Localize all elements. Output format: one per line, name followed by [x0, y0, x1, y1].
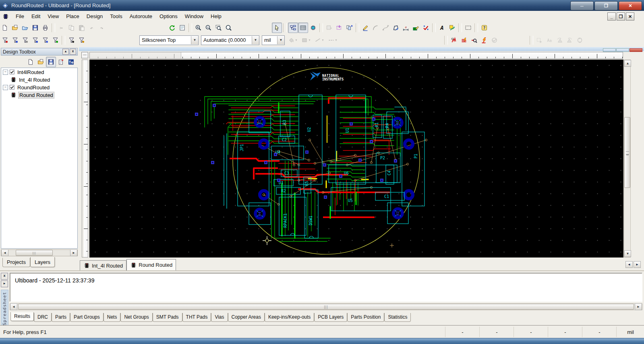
- zoom-in-button[interactable]: [193, 23, 203, 33]
- units-combo[interactable]: mil▼: [262, 35, 285, 45]
- place-line-button[interactable]: [360, 23, 371, 33]
- database-manager-button[interactable]: [334, 23, 344, 33]
- scroll-left-arrow[interactable]: ◄: [10, 303, 17, 310]
- tree-node[interactable]: −Int4lRouted: [1, 68, 77, 76]
- window-close-button[interactable]: ✕: [619, 1, 642, 10]
- tree-leaf-label[interactable]: Int_4l Routed: [18, 77, 51, 83]
- mdi-strip-minimize[interactable]: [603, 48, 616, 52]
- spreadsheet-expand-button[interactable]: ▸: [1, 280, 8, 287]
- zoom-out-button[interactable]: [203, 23, 213, 33]
- mdi-minimize-button[interactable]: _: [607, 12, 616, 21]
- tree-node-label[interactable]: RoundRouted: [17, 84, 50, 91]
- tree-leaf[interactable]: Int_4l Routed: [1, 76, 77, 83]
- filter-select-pads[interactable]: [0, 35, 10, 45]
- new-button[interactable]: [0, 23, 10, 33]
- toolbox-horizontal-scrollbar[interactable]: ◄ ||| ►: [1, 249, 78, 256]
- spreadsheet-tab-tht-pads[interactable]: THT Pads: [182, 313, 211, 322]
- spreadsheet-toggle[interactable]: [298, 23, 308, 33]
- grid-combo[interactable]: Automatic (0.0000▼: [201, 35, 259, 45]
- filter-select-parts[interactable]: [20, 35, 30, 45]
- mdi-restore-button[interactable]: ❐: [617, 12, 625, 21]
- design-toolbox-toggle[interactable]: [288, 23, 298, 33]
- open-button[interactable]: [10, 23, 20, 33]
- panel-close-button[interactable]: x: [70, 49, 76, 55]
- filter-select-traces[interactable]: [10, 35, 20, 45]
- filter-select-other[interactable]: [77, 35, 87, 45]
- menu-view[interactable]: View: [44, 12, 62, 21]
- open-project-button[interactable]: [20, 23, 30, 33]
- document-tab[interactable]: Round Routed: [126, 259, 176, 271]
- scrollbar-thumb[interactable]: [624, 117, 630, 188]
- spreadsheet-tab-vias[interactable]: Vias: [211, 313, 228, 322]
- spreadsheet-tab-copper-areas[interactable]: Copper Areas: [228, 313, 265, 322]
- spreadsheet-tab-parts-position[interactable]: Parts Position: [347, 313, 384, 322]
- scroll-left-arrow[interactable]: ◄: [1, 249, 8, 256]
- ruler-origin-box[interactable]: —: [81, 52, 88, 58]
- copper-area-button[interactable]: [411, 23, 421, 33]
- place-polygon-button[interactable]: [391, 23, 401, 33]
- pcb-canvas[interactable]: NATIONALINSTRUMENTSH1H2H3H4JP1P1U2U1R3R1…: [89, 60, 623, 257]
- spreadsheet-horizontal-scrollbar[interactable]: ◄ ||| ►: [10, 303, 642, 310]
- scrollbar-thumb[interactable]: |||: [18, 304, 634, 310]
- layer-combo[interactable]: Silkscreen Top▼: [139, 35, 199, 45]
- tab-scroll-left[interactable]: ◄: [625, 261, 633, 268]
- toolbox-export-button[interactable]: [56, 57, 66, 67]
- tree-node[interactable]: −RoundRouted: [1, 84, 77, 91]
- toolbox-save-button[interactable]: [46, 57, 56, 67]
- tree-expander[interactable]: −: [3, 70, 8, 75]
- filter-select-copper[interactable]: [50, 35, 60, 45]
- tree-node-label[interactable]: Int4lRouted: [17, 69, 45, 75]
- toolbox-open-button[interactable]: [36, 57, 46, 67]
- filter-select-vias[interactable]: [30, 35, 40, 45]
- menu-autoroute[interactable]: Autoroute: [126, 12, 156, 21]
- spreadsheet-tab-drc[interactable]: DRC: [34, 313, 52, 322]
- place-text-button[interactable]: A: [437, 23, 447, 33]
- title-bar[interactable]: RoundRouted - Ultiboard - [Round Routed]…: [0, 0, 644, 11]
- spreadsheet-close-button[interactable]: x: [1, 273, 8, 280]
- tree-leaf[interactable]: Round Routed: [1, 91, 77, 99]
- tab-scroll-right[interactable]: ►: [634, 261, 641, 268]
- dimension-button[interactable]: a: [401, 23, 411, 33]
- mdi-strip-close[interactable]: [630, 48, 642, 52]
- spreadsheet-tab-net-groups[interactable]: Net Groups: [120, 313, 152, 322]
- tree-expander[interactable]: −: [3, 85, 8, 90]
- menu-edit[interactable]: Edit: [28, 12, 44, 21]
- autoroute-selected-button[interactable]: [459, 35, 469, 45]
- menu-file[interactable]: File: [12, 12, 28, 21]
- window-maximize-button[interactable]: ❐: [594, 1, 618, 10]
- spreadsheet-tab-keep-ins-keep-outs[interactable]: Keep-ins/Keep-outs: [265, 313, 314, 322]
- spreadsheet-tab-pcb-layers[interactable]: PCB Layers: [314, 313, 347, 322]
- menu-tools[interactable]: Tools: [106, 12, 126, 21]
- menu-window[interactable]: Window: [181, 12, 207, 21]
- select-tool-button[interactable]: [272, 23, 282, 33]
- redraw-button[interactable]: [167, 23, 177, 33]
- scroll-up-arrow[interactable]: ▲: [624, 60, 631, 67]
- help-button[interactable]: ?: [479, 23, 489, 33]
- menu-design[interactable]: Design: [83, 12, 106, 21]
- autoroute-optimize-button[interactable]: [469, 35, 479, 45]
- scroll-right-arrow[interactable]: ►: [635, 303, 642, 310]
- autoroute-power-button[interactable]: [479, 35, 489, 45]
- view-3d-button[interactable]: [308, 23, 318, 33]
- toolbox-tab-projects[interactable]: Projects: [2, 258, 30, 267]
- place-graphics-button[interactable]: [447, 23, 457, 33]
- toolbox-transfer-button[interactable]: Te: [66, 57, 76, 67]
- chevron-down-icon[interactable]: ▼: [191, 36, 198, 44]
- selection-rectangle-button[interactable]: [463, 23, 473, 33]
- toolbox-tab-layers[interactable]: Layers: [30, 257, 55, 267]
- checkbox-checked-icon[interactable]: [9, 69, 15, 75]
- mdi-strip-restore[interactable]: [616, 48, 629, 52]
- window-minimize-button[interactable]: ─: [570, 1, 594, 10]
- toolbox-new-button[interactable]: [26, 57, 36, 67]
- scrollbar-thumb[interactable]: |||: [16, 250, 53, 256]
- document-tab[interactable]: Int_4l Routed: [80, 260, 126, 271]
- menu-help[interactable]: Help: [207, 12, 225, 21]
- spreadsheet-tab-results[interactable]: Results: [10, 312, 34, 321]
- chevron-down-icon[interactable]: ▼: [277, 36, 284, 44]
- spreadsheet-tab-statistics[interactable]: Statistics: [384, 313, 411, 322]
- mdi-close-button[interactable]: ✕: [626, 12, 634, 21]
- autoroute-start-button[interactable]: [449, 35, 459, 45]
- print-button[interactable]: [40, 23, 50, 33]
- design-toolbox-header[interactable]: Design Toolbox ▴ x: [1, 48, 78, 56]
- filter-select-nets[interactable]: [40, 35, 50, 45]
